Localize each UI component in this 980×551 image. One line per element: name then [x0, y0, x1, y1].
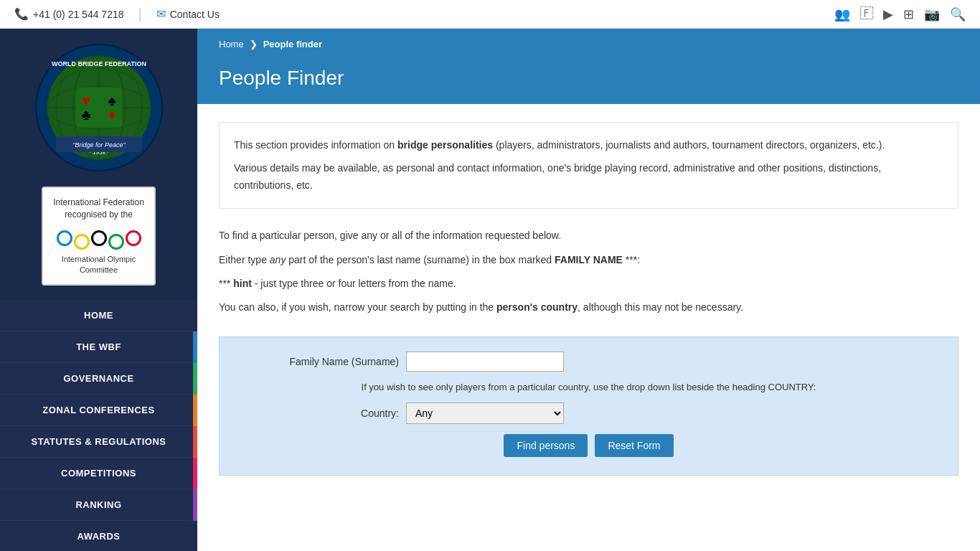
accent-green	[193, 363, 197, 395]
nav-menu: HOME THE WBF GOVERNANCE ZONAL CONFERENCE…	[0, 300, 197, 551]
contact-label: Contact Us	[170, 9, 220, 20]
sidebar-item-the-wbf-link[interactable]: THE WBF	[0, 331, 197, 363]
svg-text:♦: ♦	[108, 107, 115, 123]
sidebar-item-governance-link[interactable]: GOVERNANCE	[0, 363, 197, 395]
instruction-line3: *** hint - just type three or four lette…	[219, 275, 958, 293]
sidebar-item-awards[interactable]: AWARDS	[0, 521, 197, 551]
page-title: People Finder	[219, 67, 958, 90]
olympic-rings	[53, 227, 144, 250]
main-content: Home ❯ People finder People Finder This …	[197, 29, 980, 551]
mail-icon: ✉	[156, 7, 166, 21]
sidebar-item-zonal-conferences[interactable]: ZONAL CONFERENCES	[0, 395, 197, 426]
instagram-icon[interactable]: 📷	[924, 6, 940, 22]
instruction-italic: any	[270, 254, 286, 265]
content-area: This section provides information on bri…	[197, 104, 980, 494]
top-bar: 📞 +41 (0) 21 544 7218 | ✉ Contact Us 👥 🇫…	[0, 0, 980, 29]
olympic-badge-text: International Federation recognised by t…	[53, 197, 144, 221]
youtube-icon[interactable]: ▶	[883, 6, 893, 22]
sidebar-item-home-link[interactable]: HOME	[0, 300, 197, 331]
sidebar-item-the-wbf[interactable]: THE WBF	[0, 331, 197, 363]
family-name-input[interactable]	[406, 352, 564, 372]
sidebar-item-statutes-regulations-link[interactable]: STATUTES & REGULATIONS	[0, 426, 197, 458]
intro-bold-1: bridge personalities	[397, 139, 493, 151]
breadcrumb-current: People finder	[263, 39, 322, 50]
family-name-label: Family Name (Surname)	[241, 356, 399, 367]
ring-blue	[57, 230, 72, 246]
sidebar-item-governance[interactable]: GOVERNANCE	[0, 363, 197, 395]
sidebar-item-ranking-link[interactable]: RANKING	[0, 489, 197, 521]
flickr-icon[interactable]: ⊞	[903, 6, 914, 22]
accent-orange	[193, 395, 197, 426]
country-note: If you wish to see only players from a p…	[241, 382, 936, 392]
search-form: Family Name (Surname) If you wish to see…	[219, 336, 958, 476]
reset-form-button[interactable]: Reset Form	[595, 434, 673, 457]
phone-number: +41 (0) 21 544 7218	[33, 9, 124, 20]
users-icon[interactable]: 👥	[834, 6, 850, 22]
search-instructions: To find a particular person, give any or…	[219, 223, 958, 333]
sidebar-item-competitions-link[interactable]: COMPETITIONS	[0, 458, 197, 489]
phone-contact[interactable]: 📞 +41 (0) 21 544 7218	[14, 7, 124, 21]
ring-red	[126, 230, 141, 246]
svg-text:♣: ♣	[81, 107, 90, 123]
ring-yellow	[74, 234, 90, 250]
svg-text:♥: ♥	[82, 93, 90, 108]
wbf-logo: ♥ ♣ ♠ ♦ WORLD BRIDGE FEDERATION · 1958 ·…	[34, 43, 164, 172]
sidebar-item-ranking[interactable]: RANKING	[0, 489, 197, 521]
svg-text:WORLD BRIDGE FEDERATION: WORLD BRIDGE FEDERATION	[52, 60, 146, 67]
intro-line2: Various details may be available, as per…	[234, 160, 943, 194]
contact-us-link[interactable]: ✉ Contact Us	[156, 7, 220, 21]
olympic-badge: International Federation recognised by t…	[42, 187, 156, 286]
sidebar-item-awards-link[interactable]: AWARDS	[0, 521, 197, 551]
sidebar-item-competitions[interactable]: COMPETITIONS	[0, 458, 197, 489]
accent-purple	[193, 489, 197, 521]
sidebar-item-zonal-conferences-link[interactable]: ZONAL CONFERENCES	[0, 395, 197, 426]
form-buttons: Find persons Reset Form	[241, 434, 936, 461]
breadcrumb-separator: ❯	[250, 39, 258, 50]
svg-text:"Bridge for Peace": "Bridge for Peace"	[72, 141, 126, 149]
ring-green	[108, 234, 124, 250]
intro-box: This section provides information on bri…	[219, 122, 958, 209]
olympic-committee-text: International Olympic Committee	[53, 254, 144, 276]
instruction-line4: You can also, if you wish, narrow your s…	[219, 298, 958, 316]
accent-blue	[193, 331, 197, 363]
sidebar: ♥ ♣ ♠ ♦ WORLD BRIDGE FEDERATION · 1958 ·…	[0, 29, 197, 551]
intro-line1: This section provides information on bri…	[234, 137, 943, 154]
social-links: 👥 🇫 ▶ ⊞ 📷 🔍	[834, 6, 966, 22]
instruction-line2: Either type any part of the person's las…	[219, 251, 958, 269]
family-name-row: Family Name (Surname)	[241, 352, 936, 372]
top-bar-left: 📞 +41 (0) 21 544 7218 | ✉ Contact Us	[14, 6, 220, 22]
instruction-bold-family: FAMILY NAME	[555, 254, 623, 265]
find-persons-button[interactable]: Find persons	[504, 434, 588, 457]
sidebar-item-home[interactable]: HOME	[0, 300, 197, 331]
main-layout: ♥ ♣ ♠ ♦ WORLD BRIDGE FEDERATION · 1958 ·…	[0, 29, 980, 551]
ring-black	[91, 230, 107, 246]
country-label: Country:	[241, 408, 399, 419]
search-icon[interactable]: 🔍	[950, 6, 966, 22]
svg-text:♠: ♠	[108, 93, 116, 108]
separator: |	[138, 6, 142, 22]
instruction-bold-country: person's country	[496, 301, 578, 313]
page-title-bar: People Finder	[197, 60, 980, 104]
logo-area: ♥ ♣ ♠ ♦ WORLD BRIDGE FEDERATION · 1958 ·…	[20, 29, 178, 187]
accent-red	[193, 426, 197, 458]
facebook-icon[interactable]: 🇫	[860, 6, 873, 22]
instruction-line1: To find a particular person, give any or…	[219, 227, 958, 245]
instruction-bold-hint: hint	[233, 278, 252, 289]
breadcrumb: Home ❯ People finder	[197, 29, 980, 60]
country-select[interactable]: Any	[406, 402, 564, 424]
accent-pink	[193, 458, 197, 489]
sidebar-item-statutes-regulations[interactable]: STATUTES & REGULATIONS	[0, 426, 197, 458]
phone-icon: 📞	[14, 7, 29, 21]
breadcrumb-home[interactable]: Home	[219, 39, 244, 50]
country-row: Country: Any	[241, 402, 936, 424]
